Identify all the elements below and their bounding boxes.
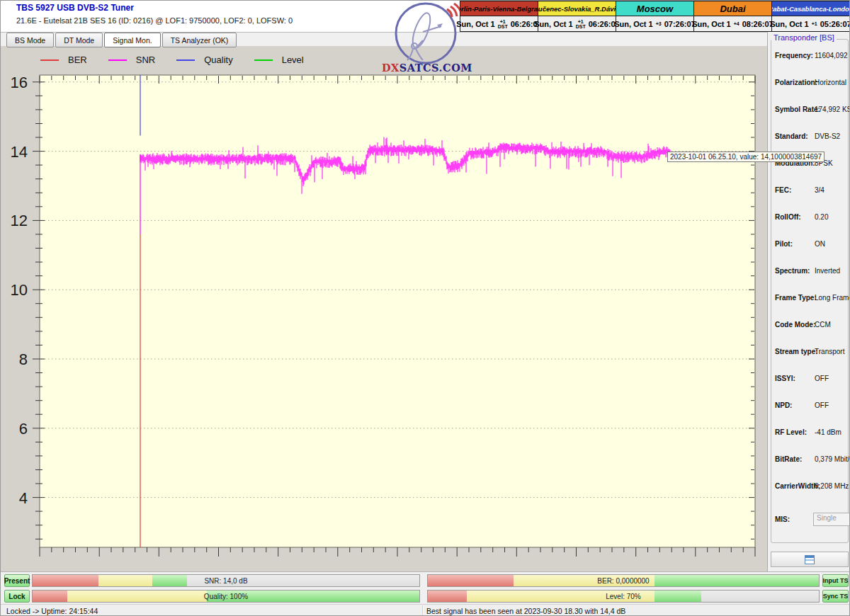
sync-ts-indicator-button[interactable]: Sync TS xyxy=(822,590,849,603)
clock-dubai: Dubai Sun, Oct 1 +4 08:26:07 xyxy=(694,1,772,31)
chart-tooltip: 2023-10-01 06.25.10, value: 14,100000381… xyxy=(667,152,824,162)
snr-legend-line xyxy=(108,59,127,61)
field-mis: MIS: Single▾ xyxy=(775,515,849,525)
snapshot-button[interactable] xyxy=(771,552,849,567)
clock-date: Sun, Oct 1 xyxy=(692,20,730,28)
ber-progress-bar: BER: 0,0000000 xyxy=(427,574,820,587)
statusbar-divider xyxy=(422,605,424,616)
present-indicator-button[interactable]: Present xyxy=(4,574,30,587)
level-legend-line xyxy=(254,59,273,61)
clock-utc-offset: +3 xyxy=(656,21,662,26)
window-list-icon xyxy=(805,555,815,564)
world-clocks: Berlin-Paris-Vienna-Belgrade Sun, Oct 1 … xyxy=(460,1,850,32)
svg-text:14: 14 xyxy=(11,143,28,161)
level-bar-label: Level: 70% xyxy=(428,591,819,602)
clock-date: Sun, Oct 1 xyxy=(534,20,572,28)
clock-city-label: Rabat-Casablanca-London xyxy=(772,1,849,16)
svg-text:12: 12 xyxy=(11,212,28,229)
clock-utc-offset: +1DST xyxy=(498,19,508,29)
level-progress-bar: Level: 70% xyxy=(427,590,820,603)
quality-legend-line xyxy=(176,59,195,61)
field-code-mode: Code Mode:CCM xyxy=(775,321,849,330)
quality-bar-label: Quality: 100% xyxy=(33,591,419,602)
signal-chart[interactable]: 16141210864 xyxy=(1,46,767,571)
tab-dt-mode[interactable]: DT Mode xyxy=(55,33,103,47)
clock-rabat-casablanca-london: Rabat-Casablanca-London Sun, Oct 1 +1 05… xyxy=(772,1,849,31)
clock-hms: 07:26:07 xyxy=(664,20,696,28)
level-legend-label: Level xyxy=(282,55,304,65)
field-npd: NPD:OFF xyxy=(775,401,849,411)
ber-bar-label: BER: 0,0000000 xyxy=(428,575,819,586)
field-rf-level: RF Level:-41 dBm xyxy=(775,428,849,438)
field-rolloff: RollOff:0.20 xyxy=(775,213,849,222)
lock-indicator-button[interactable]: Lock xyxy=(4,590,30,603)
clock-city-label: Lučenec-Slovakia_R.Dávid xyxy=(538,1,616,16)
transponder-title: Transponder [BS] xyxy=(771,33,837,42)
tab-bs-mode[interactable]: BS Mode xyxy=(6,33,54,47)
clock-date: Sun, Oct 1 xyxy=(770,20,808,28)
input-ts-indicator-button[interactable]: Input TS xyxy=(822,574,849,587)
svg-text:8: 8 xyxy=(19,350,28,368)
clock-city-label: Dubai xyxy=(694,1,771,16)
svg-text:16: 16 xyxy=(11,74,28,91)
clock-hms: 08:26:07 xyxy=(742,20,774,28)
clock-date: Sun, Oct 1 xyxy=(614,20,652,28)
tuner-subtitle: 21.6E - Eutelsat 21B SES 16 (ID: 0216) @… xyxy=(16,16,293,25)
clock-utc-offset: +4 xyxy=(734,21,740,26)
status-bar: Locked -> Uptime: 24:15:44 Best signal h… xyxy=(1,604,850,616)
clock-moscow: Moscow Sun, Oct 1 +3 07:26:07 xyxy=(616,1,694,31)
field-frequency: Frequency:11604,092 MHz xyxy=(775,52,849,61)
quality-legend-label: Quality xyxy=(204,55,232,65)
status-meters: Present Lock SNR: 14,0 dB Quality: 100% … xyxy=(1,571,850,604)
quality-progress-bar: Quality: 100% xyxy=(32,590,420,603)
tab-signal-mon[interactable]: Signal Mon. xyxy=(104,33,160,47)
snr-progress-bar: SNR: 14,0 dB xyxy=(32,574,420,587)
best-signal-status: Best signal has been seen at 2023-09-30 … xyxy=(426,607,625,615)
field-polarization: Polarization:Horizontal xyxy=(775,79,849,88)
tab-ts-analyzer[interactable]: TS Analyzer (OK) xyxy=(162,33,237,47)
clock-city-label: Moscow xyxy=(616,1,693,16)
svg-text:6: 6 xyxy=(19,420,28,438)
ber-legend-label: BER xyxy=(68,55,87,65)
clock-lucenec-slovakia: Lučenec-Slovakia_R.Dávid Sun, Oct 1 +1DS… xyxy=(538,1,616,31)
field-standard: Standard:DVB-S2 xyxy=(775,132,849,142)
svg-text:4: 4 xyxy=(19,489,28,507)
field-stream-type: Stream type:Transport xyxy=(775,348,849,357)
field-pilot: Pilot:ON xyxy=(775,240,849,249)
field-frame-type: Frame Type:Long Frame xyxy=(775,294,849,303)
clock-berlin-paris-vienna-belgrade: Berlin-Paris-Vienna-Belgrade Sun, Oct 1 … xyxy=(460,1,538,31)
signal-monitor-panel: 16141210864 BER SNR Quality Level 2023-1… xyxy=(1,46,767,571)
clock-city-label: Berlin-Paris-Vienna-Belgrade xyxy=(460,1,538,16)
field-fec: FEC:3/4 xyxy=(775,186,849,195)
field-bitrate: BitRate:0,379 Mbit/s xyxy=(775,455,849,464)
clock-time: Sun, Oct 1 +3 07:26:07 xyxy=(616,16,693,31)
ber-legend-line xyxy=(40,59,59,61)
field-issyi: ISSYI:OFF xyxy=(775,375,849,384)
svg-text:10: 10 xyxy=(11,281,28,299)
clock-hms: 05:26:07 xyxy=(820,20,850,28)
clock-time: Sun, Oct 1 +1DST 06:26:07 xyxy=(460,16,538,31)
transponder-sidebar: Transponder [BS] Frequency:11604,092 MHz… xyxy=(767,32,850,571)
lock-uptime-status: Locked -> Uptime: 24:15:44 xyxy=(6,607,98,615)
window-title: TBS 5927 USB DVB-S2 Tuner xyxy=(16,3,134,13)
clock-utc-offset: +1DST xyxy=(576,19,586,29)
mis-dropdown[interactable]: Single▾ xyxy=(813,513,850,526)
snr-legend-label: SNR xyxy=(136,55,155,65)
field-symbol-rate: Symbol Rate:174,992 KS/s xyxy=(775,105,849,115)
clock-time: Sun, Oct 1 +1 05:26:07 xyxy=(772,16,849,31)
field-carrier-width: CarrierWidth:0,208 MHz xyxy=(775,482,849,491)
clock-time: Sun, Oct 1 +1DST 06:26:07 xyxy=(538,16,616,31)
snr-bar-label: SNR: 14,0 dB xyxy=(33,575,419,586)
field-spectrum: Spectrum:Inverted xyxy=(775,267,849,276)
tbs-tuner-window: TBS 5927 USB DVB-S2 Tuner 21.6E - Eutels… xyxy=(0,0,850,616)
chart-legend: BER SNR Quality Level xyxy=(40,55,325,65)
mode-tabs: BS Mode DT Mode Signal Mon. TS Analyzer … xyxy=(6,33,237,47)
clock-time: Sun, Oct 1 +4 08:26:07 xyxy=(694,16,771,31)
clock-date: Sun, Oct 1 xyxy=(456,20,494,28)
clock-utc-offset: +1 xyxy=(812,21,817,26)
